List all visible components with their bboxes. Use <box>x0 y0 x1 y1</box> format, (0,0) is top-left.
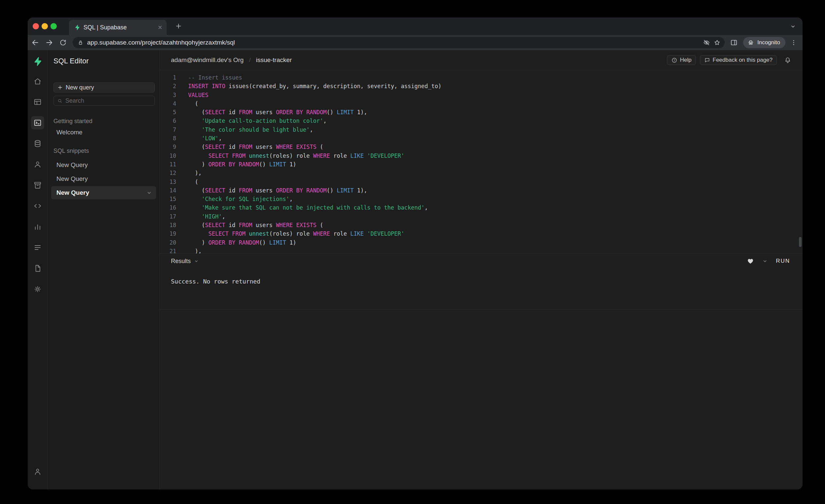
nav-home-button[interactable] <box>31 75 44 88</box>
sql-code-editor[interactable]: 1-- Insert issues2INSERT INTO issues(cre… <box>160 70 803 254</box>
address-bar[interactable]: app.supabase.com/project/azahtnhqohyjerz… <box>73 37 725 48</box>
breadcrumb-org[interactable]: adam@windmill.dev's Org <box>171 57 243 64</box>
results-dropdown[interactable]: Results <box>171 258 199 265</box>
line-number: 21 <box>160 247 176 254</box>
forward-button[interactable] <box>42 35 56 50</box>
help-button[interactable]: ? Help <box>667 55 696 65</box>
nav-api-docs-button[interactable] <box>31 262 44 275</box>
search-input[interactable] <box>65 97 151 104</box>
account-button[interactable] <box>31 465 44 478</box>
code-text: VALUES <box>188 91 208 99</box>
chevron-down-icon[interactable] <box>146 190 152 196</box>
nav-auth-button[interactable] <box>31 158 44 171</box>
sidebar-item-new-query-2[interactable]: New Query <box>51 172 156 186</box>
nav-storage-button[interactable] <box>31 178 44 192</box>
new-tab-button[interactable] <box>173 21 184 31</box>
sidebar-item-new-query-3-selected[interactable]: New Query <box>51 186 156 199</box>
sidebar-item-new-query-1[interactable]: New Query <box>51 158 156 172</box>
code-line[interactable]: 12 ), <box>160 169 803 177</box>
code-line[interactable]: 21 ), <box>160 247 803 254</box>
code-line[interactable]: 15 'Check for SQL injections', <box>160 195 803 203</box>
code-line[interactable]: 18 (SELECT id FROM users WHERE EXISTS ( <box>160 221 803 229</box>
incognito-badge[interactable]: Incognito <box>743 37 785 48</box>
breadcrumb-separator: / <box>249 57 250 64</box>
line-number: 10 <box>160 151 176 160</box>
search-icon <box>57 98 63 103</box>
line-number: 6 <box>160 117 176 125</box>
window-close-button[interactable] <box>33 23 39 29</box>
favorite-button[interactable] <box>747 258 754 265</box>
sidebar-item-welcome[interactable]: Welcome <box>51 127 156 137</box>
code-line[interactable]: 20 ) ORDER BY RANDOM() LIMIT 1) <box>160 238 803 247</box>
browser-tab[interactable]: SQL | Supabase <box>69 20 167 35</box>
window-zoom-button[interactable] <box>51 23 57 29</box>
bell-icon <box>784 57 791 64</box>
run-options-button[interactable] <box>762 258 768 264</box>
supabase-logo-icon[interactable] <box>31 55 44 68</box>
nav-settings-button[interactable] <box>31 283 44 296</box>
line-number: 14 <box>160 186 176 195</box>
tab-search-button[interactable] <box>789 22 797 31</box>
window-minimize-button[interactable] <box>42 23 48 29</box>
code-line[interactable]: 10 SELECT FROM unnest(roles) role WHERE … <box>160 151 803 160</box>
code-line[interactable]: 9 (SELECT id FROM users WHERE EXISTS ( <box>160 143 803 151</box>
browser-menu-button[interactable] <box>788 36 799 49</box>
back-button[interactable] <box>28 35 42 50</box>
user-avatar-icon <box>33 467 42 476</box>
code-text: ), <box>188 169 202 177</box>
code-text: (SELECT id FROM users WHERE EXISTS ( <box>188 143 323 151</box>
code-line[interactable]: 11 ) ORDER BY RANDOM() LIMIT 1) <box>160 160 803 169</box>
code-line[interactable]: 2INSERT INTO issues(created_by, summary,… <box>160 82 803 90</box>
code-line[interactable]: 17 'HIGH', <box>160 212 803 221</box>
document-icon <box>33 264 42 273</box>
line-number: 16 <box>160 203 176 212</box>
run-button[interactable]: RUN <box>776 258 790 264</box>
snippet-search[interactable] <box>54 96 155 105</box>
line-number: 8 <box>160 134 176 143</box>
results-toolbar: Results RUN <box>160 254 803 269</box>
code-line[interactable]: 14 (SELECT id FROM users ORDER BY RANDOM… <box>160 186 803 195</box>
notifications-button[interactable] <box>784 57 791 64</box>
code-line[interactable]: 3VALUES <box>160 91 803 99</box>
line-number: 19 <box>160 229 176 238</box>
code-text: 'Update call-to-action button color', <box>188 117 327 125</box>
nav-database-button[interactable] <box>31 137 44 150</box>
sidebar-item-label: Welcome <box>57 129 82 136</box>
code-text: (SELECT id FROM users ORDER BY RANDOM() … <box>188 186 367 195</box>
new-query-button[interactable]: New query <box>54 82 155 92</box>
code-line[interactable]: 4 ( <box>160 99 803 108</box>
bookmark-star-icon[interactable] <box>714 39 721 46</box>
reload-button[interactable] <box>56 35 70 50</box>
code-text: INSERT INTO issues(created_by, summary, … <box>188 82 442 90</box>
code-line[interactable]: 13 ( <box>160 177 803 186</box>
feedback-button[interactable]: Feedback on this page? <box>700 55 777 65</box>
line-number: 18 <box>160 221 176 229</box>
nav-table-editor-button[interactable] <box>31 95 44 109</box>
side-panel-button[interactable] <box>727 36 741 49</box>
main-content: adam@windmill.dev's Org / issue-tracker … <box>160 50 803 490</box>
plus-icon <box>175 22 182 30</box>
code-line[interactable]: 8 'LOW', <box>160 134 803 143</box>
breadcrumb-project[interactable]: issue-tracker <box>256 57 292 64</box>
section-label-sql-snippets: SQL snippets <box>54 147 159 154</box>
code-line[interactable]: 7 'The color should be light blue', <box>160 126 803 134</box>
code-text: ) ORDER BY RANDOM() LIMIT 1) <box>188 160 296 169</box>
browser-toolbar: app.supabase.com/project/azahtnhqohyjerz… <box>28 35 803 50</box>
breadcrumb-bar: adam@windmill.dev's Org / issue-tracker … <box>160 50 803 70</box>
code-line[interactable]: 16 'Make sure that SQL can not be inject… <box>160 203 803 212</box>
code-line[interactable]: 5 (SELECT id FROM users ORDER BY RANDOM(… <box>160 108 803 117</box>
eye-off-icon[interactable] <box>703 39 710 46</box>
feedback-button-label: Feedback on this page? <box>713 57 772 63</box>
code-line[interactable]: 19 SELECT FROM unnest(roles) role WHERE … <box>160 229 803 238</box>
url-text[interactable]: app.supabase.com/project/azahtnhqohyjerz… <box>87 39 699 46</box>
list-icon <box>33 243 42 252</box>
archive-icon <box>33 181 42 190</box>
nav-functions-button[interactable] <box>31 199 44 213</box>
code-line[interactable]: 1-- Insert issues <box>160 73 803 82</box>
nav-sql-editor-button[interactable] <box>31 116 44 129</box>
nav-reports-button[interactable] <box>31 220 44 233</box>
nav-logs-button[interactable] <box>31 241 44 254</box>
code-line[interactable]: 6 'Update call-to-action button color', <box>160 117 803 125</box>
tab-close-icon[interactable] <box>157 25 163 30</box>
editor-scrollbar[interactable] <box>799 237 802 247</box>
